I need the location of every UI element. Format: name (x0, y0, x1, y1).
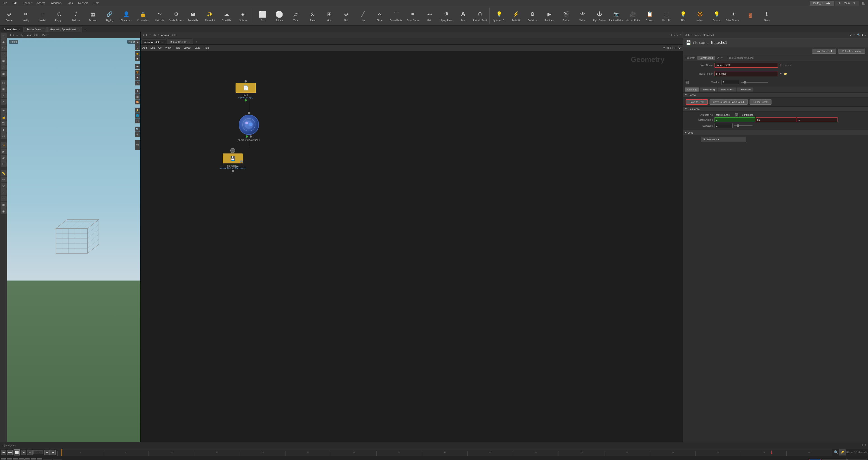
toolbar-font[interactable]: A Font (455, 7, 471, 25)
net-tab-material-close[interactable]: ✕ (188, 41, 190, 43)
extra3-tool[interactable]: ◈ (1, 208, 6, 214)
toolbar-simplefx[interactable]: ✨ Simple FX (202, 7, 218, 25)
view-ctrl-11[interactable]: 🎨 (135, 99, 140, 104)
props-fwd[interactable]: ▶ (688, 33, 690, 36)
timeline-ruler[interactable]: 1 5 10 15 20 25 30 35 40 45 50 55 60 65 … (57, 449, 832, 456)
vis-toggle[interactable]: 👁 (1, 108, 6, 114)
frame-range-checkbox[interactable] (735, 113, 738, 116)
menu-assets[interactable]: Assets (36, 1, 46, 5)
tl-start-frame[interactable] (43, 459, 52, 460)
view-ctrl-2[interactable]: ⚲ (135, 45, 140, 50)
toolbar-null[interactable]: ⊕ Null (338, 7, 354, 25)
net-tab-add[interactable]: + (194, 39, 199, 44)
scale-tool[interactable]: ⤢ (1, 52, 6, 58)
props-home[interactable]: ⌂ (692, 34, 693, 36)
toolbar-sphere[interactable]: ⚪ Sphere (271, 7, 287, 25)
net-home[interactable]: ⌂ (150, 34, 151, 36)
load-dropdown[interactable]: All Geometry (701, 137, 746, 142)
toolbar-curvebezier[interactable]: ⌒ Curve Bezier (388, 7, 404, 25)
net-menu-view[interactable]: View (165, 47, 170, 49)
props-tab-scheduling[interactable]: Scheduling (700, 88, 717, 92)
display-tool[interactable]: ◉ (1, 71, 6, 76)
toolbar-redshift[interactable]: ⚡ Redshift (508, 7, 524, 25)
toolbar-objparms[interactable]: 📋 Oceans (642, 7, 658, 25)
props-tab-savefilters[interactable]: Save Filters (718, 88, 737, 92)
net-menu-go[interactable]: Go (158, 47, 162, 49)
tl-frame-ctrl1[interactable]: ◀ (31, 458, 36, 460)
version-thumb[interactable] (743, 81, 746, 84)
main-tab[interactable]: ⊕ Main ▼ (835, 1, 859, 6)
toolbar-polygon[interactable]: ⬡ Polygon (51, 7, 67, 25)
net-icon-refresh[interactable]: ↻ (678, 46, 681, 50)
menu-help[interactable]: Help (93, 1, 100, 5)
menu-edit[interactable]: Edit (11, 1, 18, 5)
transform-tool[interactable]: ⊕ (1, 39, 6, 45)
props-gear-icon[interactable]: ⚙ (849, 33, 852, 36)
net-icon-list[interactable]: ≡ (674, 46, 675, 50)
edit-icon[interactable]: ✏ (721, 57, 723, 59)
toolbar-rslightportal[interactable]: 🚪 (742, 7, 758, 25)
filecache-collapse-btn[interactable]: − (230, 148, 235, 153)
net-tab-material[interactable]: Material Palette ✕ (167, 39, 193, 44)
main-arrow[interactable]: ▼ (852, 1, 857, 5)
tl-snap3[interactable]: ○ (13, 458, 18, 460)
toolbar-renderview[interactable]: 🎬 Grains (558, 7, 574, 25)
cancel-cook-btn[interactable]: Cancel Cook (749, 99, 772, 105)
file1-box[interactable]: 📄 (236, 83, 256, 93)
net-icon-select[interactable]: ✂ (663, 46, 665, 50)
anim-tool[interactable]: ▶ (1, 149, 6, 154)
toolbar-spraypaint[interactable]: ⚗ Spray Paint (438, 7, 455, 25)
toolbar-rslighties[interactable]: 💡 Crowds (708, 7, 725, 25)
ruler-tool[interactable]: 📏 (1, 170, 6, 176)
net-icon-grid[interactable]: ⊟ (670, 46, 673, 50)
substeps-input[interactable] (715, 123, 733, 128)
filecache-box[interactable]: 💾 🔒 (223, 153, 243, 163)
constructed-tab[interactable]: Constructed (697, 56, 715, 60)
net-menu-add[interactable]: Add (143, 47, 147, 49)
tl-snap5[interactable]: ⋮ (24, 458, 30, 460)
render-view-close[interactable]: ✕ (42, 28, 44, 31)
version-checkbox[interactable] (686, 81, 689, 84)
props-search-icon[interactable]: 🔍 (857, 33, 860, 36)
tl-snap2[interactable]: ↻ (7, 458, 12, 460)
reload-geometry-btn[interactable]: Reload Geometry (838, 49, 865, 54)
toolbar-tube[interactable]: ⌭ Tube (288, 7, 304, 25)
toolbar-platonic[interactable]: ⬡ Platonic Solid (472, 7, 488, 25)
toolbar-rigging[interactable]: 🔗 Rigging (101, 7, 118, 25)
extra2-tool[interactable]: ⊞ (1, 202, 6, 208)
net-settings[interactable]: ⚙ (676, 33, 679, 36)
menu-render[interactable]: Render (22, 1, 32, 5)
toolbar-volume[interactable]: ◈ Volume (235, 7, 251, 25)
toolbar-constraints[interactable]: 🔒 Constraints (135, 7, 151, 25)
pose-tool[interactable]: 🤸 (1, 142, 6, 148)
toolbar-options[interactable]: ⚙ Collisions (524, 7, 541, 25)
props-h-icon[interactable]: H (854, 33, 855, 36)
net-help[interactable]: ? (680, 33, 681, 36)
view-ctrl-9[interactable]: ⊕ (135, 89, 140, 94)
net-zoom-out[interactable]: ⊖ (673, 33, 675, 36)
select-obj[interactable]: ◻ (1, 80, 6, 86)
render-toggle[interactable]: 🎬 (1, 121, 6, 126)
tl-step-fw[interactable]: ▶ (50, 450, 56, 455)
select-pt[interactable]: • (1, 99, 6, 105)
tl-go-end[interactable]: ⏭ (27, 450, 33, 455)
view-ctrl-3[interactable]: 🔒 (135, 51, 140, 56)
toolbar-rslightsun[interactable]: ☀ Drive Simula... (725, 7, 741, 25)
geometry-spreadsheet-close[interactable]: ✕ (77, 28, 79, 31)
tl-step-back[interactable]: ◀◀ (7, 450, 13, 455)
toolbar-camframes[interactable]: 🎥 Viscous Fluids (625, 7, 641, 25)
rotate-tool[interactable]: ↻ (1, 45, 6, 51)
toolbar-modify[interactable]: ✏ Modify (18, 7, 34, 25)
view-ctrl-6[interactable]: 🔆 (135, 70, 140, 74)
scene-view-close[interactable]: ✕ (18, 28, 20, 31)
net-fwd[interactable]: ▶ (146, 33, 148, 36)
version-input[interactable] (721, 80, 739, 85)
extra-tool[interactable]: ≡ (1, 189, 6, 195)
menu-file[interactable]: File (2, 1, 8, 5)
props-tab-advanced[interactable]: Advanced (737, 88, 753, 92)
toolbar-snapshot[interactable]: 📷 Particle Fluids (608, 7, 624, 25)
toolbar-texture[interactable]: ▦ Texture (85, 7, 101, 25)
substeps-thumb[interactable] (737, 124, 739, 127)
home-nav[interactable]: ⌂ (16, 34, 18, 36)
toolbar-proxy[interactable]: ⬚ Pyro FX (658, 7, 675, 25)
